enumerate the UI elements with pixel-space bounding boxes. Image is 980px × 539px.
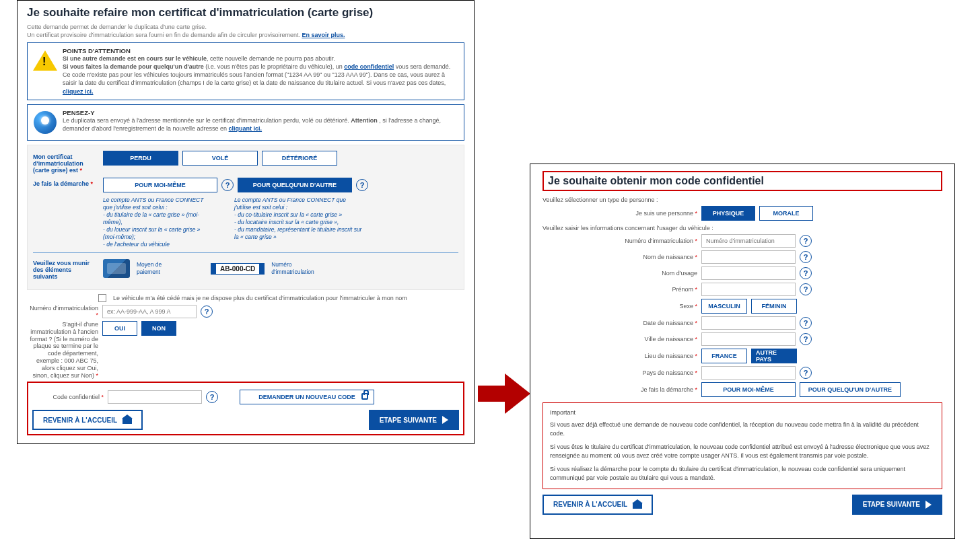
plate-sample: AB-000-CD (211, 263, 265, 275)
elements-label: Veuillez vous munir des éléments suivant… (33, 257, 98, 280)
r-pour-autre-button[interactable]: POUR QUELQU'UN D'AUTRE (800, 382, 901, 397)
help-icon[interactable]: ? (356, 179, 368, 191)
autre-pays-button[interactable]: AUTRE PAYS (751, 349, 797, 363)
r-prenom-input[interactable] (701, 283, 796, 296)
code-confidentiel-input[interactable] (108, 390, 202, 404)
cliquez-ici-link-1[interactable]: cliquez ici. (63, 88, 94, 95)
demarche-label: Je fais la démarche * (33, 178, 98, 192)
page-title-left: Je souhaite refaire mon certificat d'imm… (27, 6, 464, 20)
r-num-immat-input[interactable] (701, 234, 796, 248)
note-pour-autre: Le compte ANTS ou France CONNECT que j'u… (234, 196, 362, 248)
demander-nouveau-code-button[interactable]: DEMANDER UN NOUVEAU CODE (240, 390, 374, 404)
help-icon[interactable]: ? (206, 391, 218, 403)
select-type-label: Veuillez sélectionner un type de personn… (542, 196, 942, 203)
learn-more-link[interactable]: En savoir plus. (302, 32, 345, 38)
num-immat-input[interactable] (102, 305, 197, 318)
home-icon (633, 501, 642, 509)
etape-suivante-button-right[interactable]: ETAPE SUIVANTE (852, 495, 942, 515)
oui-button[interactable]: OUI (102, 321, 137, 336)
help-icon[interactable]: ? (201, 306, 213, 318)
status-deteriore-button[interactable]: DÉTÉRIORÉ (262, 151, 337, 166)
cliquant-ici-link[interactable]: cliquant ici. (229, 125, 262, 132)
help-icon[interactable]: ? (800, 333, 812, 345)
right-title-highlight: Je souhaite obtenir mon code confidentie… (542, 171, 942, 191)
status-perdu-button[interactable]: PERDU (103, 151, 178, 166)
lock-icon (361, 393, 368, 400)
revenir-accueil-button-right[interactable]: REVENIR À L'ACCUEIL (542, 495, 653, 515)
code-confidentiel-link[interactable]: code confidentiel (344, 63, 394, 70)
num-immat-label: Numéro d'immatriculation (271, 261, 325, 276)
r-nom-naiss-input[interactable] (701, 250, 796, 264)
help-icon[interactable]: ? (800, 283, 812, 295)
page-title-right: Je souhaite obtenir mon code confidentie… (548, 175, 937, 187)
france-button[interactable]: FRANCE (701, 349, 747, 363)
pour-moi-button[interactable]: POUR MOI-MÊME (103, 178, 217, 192)
note-pour-moi: Le compte ANTS ou France CONNECT que j'u… (103, 196, 214, 248)
flow-arrow-icon (478, 373, 532, 414)
num-immat-field-label: Numéro d'immatriculation * (27, 305, 98, 318)
r-pour-moi-button[interactable]: POUR MOI-MÊME (701, 382, 796, 397)
pensez-y-box: PENSEZ-Y Le duplicata sera envoyé à l'ad… (27, 104, 464, 141)
warning-icon (32, 47, 59, 74)
important-box: Important Si vous avez déjà effectué une… (542, 402, 942, 489)
arrow-right-icon (442, 416, 448, 424)
personne-label: Je suis une personne * (617, 210, 697, 217)
help-icon[interactable]: ? (800, 251, 812, 263)
masculin-button[interactable]: MASCULIN (701, 299, 747, 314)
cede-checkbox[interactable] (98, 294, 106, 302)
cede-checkbox-label: Le véhicule m'a été cédé mais je ne disp… (113, 295, 407, 301)
non-button[interactable]: NON (141, 321, 176, 336)
subtitle-2: Un certificat provisoire d'immatriculati… (27, 32, 464, 38)
r-nom-usage-input[interactable] (701, 266, 796, 280)
r-ville-naiss-input[interactable] (701, 332, 796, 346)
help-icon[interactable]: ? (800, 267, 812, 279)
status-label: Mon certificat d'immatriculation (carte … (33, 151, 98, 174)
left-panel: Je souhaite refaire mon certificat d'imm… (17, 0, 475, 444)
help-icon[interactable]: ? (800, 317, 812, 329)
help-icon[interactable]: ? (800, 367, 812, 379)
arrow-right-icon (925, 501, 932, 509)
subtitle-1: Cette demande permet de demander le dupl… (27, 24, 464, 30)
payment-card-icon (103, 259, 130, 278)
right-panel: Je souhaite obtenir mon code confidentie… (530, 164, 955, 539)
help-icon[interactable]: ? (221, 179, 234, 191)
status-vole-button[interactable]: VOLÉ (182, 151, 258, 166)
idea-icon (32, 109, 59, 136)
physique-button[interactable]: PHYSIQUE (701, 206, 755, 221)
attention-box: POINTS D'ATTENTION Si une autre demande … (27, 42, 464, 100)
revenir-accueil-button-left[interactable]: REVENIR À L'ACCUEIL (32, 410, 143, 430)
feminin-button[interactable]: FÉMININ (751, 299, 797, 314)
code-confidentiel-label: Code confidentiel * (32, 394, 104, 400)
ancien-format-label: S'agit-il d'une immatriculation à l'anci… (27, 321, 98, 379)
info-usager-label: Veuillez saisir les informations concern… (542, 225, 942, 231)
morale-button[interactable]: MORALE (759, 206, 813, 221)
help-icon[interactable]: ? (800, 235, 812, 247)
code-section-highlight: Code confidentiel * ? DEMANDER UN NOUVEA… (27, 382, 464, 435)
home-icon (123, 416, 132, 424)
r-date-naiss-input[interactable] (701, 316, 796, 330)
etape-suivante-button-left[interactable]: ETAPE SUIVANTE (369, 410, 459, 430)
r-pays-naiss-input[interactable] (701, 366, 796, 380)
main-form-box: Mon certificat d'immatriculation (carte … (27, 145, 464, 290)
moyen-paiement-label: Moyen de paiement (137, 261, 170, 276)
pour-autre-button[interactable]: POUR QUELQU'UN D'AUTRE (238, 178, 352, 192)
